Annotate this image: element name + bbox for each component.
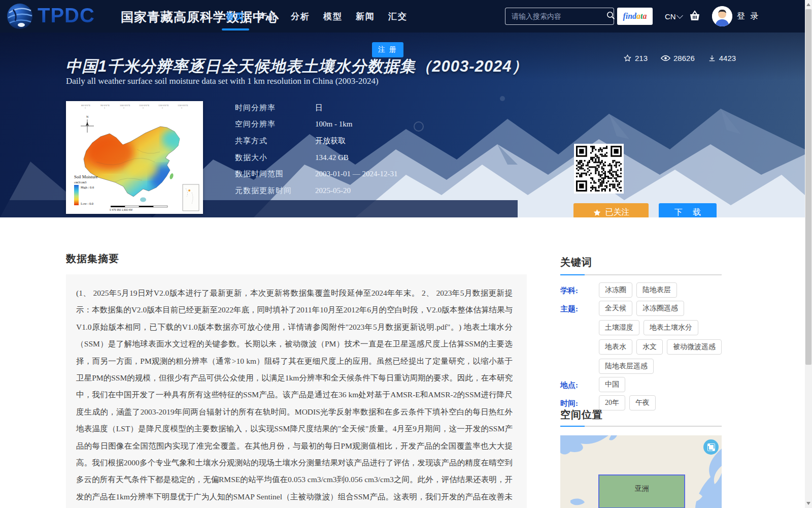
keyword-tag[interactable]: 冰冻圈遥感 [636, 301, 684, 316]
dataset-title: 中国1千米分辨率逐日全天候地表土壤水分数据集（2003-2024） [65, 56, 532, 77]
metadata-label: 元数据更新时间 [235, 186, 315, 196]
dataset-preview-image[interactable]: 80°0'0"E 90°0'0"E 100°0'0"E 110°0'0"E 12… [66, 101, 203, 214]
user-avatar[interactable] [712, 6, 732, 26]
keyword-tag[interactable]: 水文 [636, 339, 663, 355]
star-icon [623, 54, 632, 62]
followed-button[interactable]: 已关注 [573, 203, 649, 217]
keyword-tag[interactable]: 地表水 [599, 339, 632, 355]
search-input[interactable] [505, 8, 606, 24]
keyword-tag[interactable]: 土壤湿度 [599, 320, 639, 335]
metadata-row: 数据时间范围 2003-01-01 — 2024-12-31 [235, 166, 397, 182]
scrollbar-thumb[interactable] [805, 9, 811, 365]
metadata-value: 日 [315, 103, 323, 113]
svg-text:130°0'0"E: 130°0'0"E [178, 104, 188, 107]
abstract-text: (1、 2025年5月19日对V2.0版本进行了最新更新，本次更新将数据集覆盖时… [76, 284, 513, 508]
eye-icon [661, 54, 670, 62]
metadata-value: 134.42 GB [315, 153, 349, 162]
nav-item[interactable]: 产品 [258, 0, 278, 33]
svg-text:100°0'0"E: 100°0'0"E [120, 104, 130, 107]
metadata-row: 数据大小 134.42 GB [235, 149, 397, 166]
metadata-value: 2025-05-20 [315, 186, 351, 195]
hero-banner: 注 册 中国1千米分辨率逐日全天候地表土壤水分数据集（2003-2024） Da… [0, 33, 805, 217]
keyword-group-topic: 主题: 全天候冰冻圈遥感土壤湿度地表土壤水分地表水水文被动微波遥感陆地表层遥感 [560, 301, 722, 374]
nav-item-label: 产品 [258, 11, 278, 22]
main-nav: 首页 产品 分析 模型 新闻 汇交 [226, 0, 408, 33]
downloads-count: 4423 [719, 54, 736, 62]
dataset-subtitle-en: Daily all weather surface soil moisture … [66, 76, 379, 86]
metadata-value: 开放获取 [315, 136, 346, 146]
svg-text:0 475 950 1,900: 0 475 950 1,900 KM [110, 208, 132, 211]
metadata-row: 时间分辨率 日 [235, 100, 397, 116]
keywords-section-title: 关键词 [560, 256, 592, 269]
dataset-stats: 213 28626 4423 [623, 54, 736, 62]
metadata-value: 2003-01-01 — 2024-12-31 [315, 170, 397, 178]
chevron-down-icon [676, 12, 683, 19]
svg-text:cm3/cm3: cm3/cm3 [74, 180, 86, 184]
metadata-row: 元数据更新时间 2025-05-20 [235, 182, 397, 199]
favorite-stat[interactable]: 213 [623, 54, 648, 62]
findata-letter: a [643, 12, 647, 21]
register-badge[interactable]: 注 册 [372, 42, 403, 57]
language-selector[interactable]: CN [665, 0, 682, 33]
location-rule [560, 426, 722, 427]
download-label: 下 载 [674, 207, 705, 218]
expand-icon [707, 443, 715, 451]
nav-item-label: 分析 [291, 11, 310, 22]
keyword-group-subject: 学科: 冰冻圈陆地表层 [560, 282, 722, 298]
keyword-tag[interactable]: 被动微波遥感 [667, 339, 722, 355]
metadata-table: 时间分辨率 日 空间分辨率 100m - 1km 共享方式 开放获取 数据大小 … [235, 100, 397, 199]
nav-item-label: 新闻 [356, 11, 375, 22]
scroll-down-arrow[interactable] [805, 500, 812, 507]
svg-text:Low : 0.0: Low : 0.0 [81, 202, 93, 205]
nav-item[interactable]: 模型 [323, 0, 343, 33]
keyword-group-label: 学科: [560, 282, 599, 298]
findata-letter: a [636, 12, 640, 21]
nav-item[interactable]: 汇交 [388, 0, 408, 33]
favorite-count: 213 [635, 54, 648, 62]
abstract-box: (1、 2025年5月19日对V2.0版本进行了最新更新，本次更新将数据集覆盖时… [66, 274, 527, 508]
findata-button[interactable]: findata [617, 8, 653, 25]
page: TPDC 国家青藏高原科学数据中心 首页 产品 分析 模型 [0, 0, 812, 508]
spatial-location-map[interactable]: 亚洲 [560, 435, 722, 508]
top-navbar: TPDC 国家青藏高原科学数据中心 首页 产品 分析 模型 [0, 0, 805, 33]
metadata-label: 数据时间范围 [235, 169, 315, 179]
keyword-tag[interactable]: 全天候 [599, 301, 632, 316]
download-button[interactable]: 下 载 [659, 203, 717, 217]
keyword-group-label: 地点: [560, 377, 599, 392]
keyword-tag[interactable]: 陆地表层遥感 [599, 359, 654, 374]
keywords-panel: 学科: 冰冻圈陆地表层 主题: 全天候冰冻圈遥感土壤湿度地表土壤水分地表水水文被… [560, 282, 722, 414]
globe-logo-icon [6, 3, 33, 30]
keyword-tag[interactable]: 冰冻圈 [599, 282, 632, 298]
keyword-tag[interactable]: 中国 [599, 377, 625, 392]
keyword-group-label: 主题: [560, 301, 599, 374]
language-label: CN [665, 12, 676, 21]
nav-item[interactable]: 首页 [226, 0, 245, 33]
keyword-tag[interactable]: 地表土壤水分 [644, 320, 698, 335]
nav-item[interactable]: 分析 [291, 0, 310, 33]
page-scrollbar [805, 0, 812, 508]
metadata-label: 空间分辨率 [235, 119, 315, 129]
keyword-group-place: 地点: 中国 [560, 377, 722, 392]
login-button[interactable]: 登 录 [737, 0, 760, 33]
svg-text:N: N [86, 115, 89, 118]
scroll-up-arrow[interactable] [805, 1, 812, 8]
search-icon[interactable] [606, 11, 615, 22]
followed-label: 已关注 [605, 207, 630, 218]
keyword-tag[interactable]: 陆地表层 [636, 282, 677, 298]
cart-button[interactable] [689, 10, 701, 22]
download-icon [708, 54, 716, 62]
findata-letter: d [632, 12, 636, 21]
metadata-label: 数据大小 [235, 153, 315, 163]
keyword-tag[interactable]: 午夜 [629, 395, 656, 410]
svg-text:90°0'0"E: 90°0'0"E [100, 104, 110, 107]
svg-text:110°0'0"E: 110°0'0"E [139, 104, 149, 107]
nav-item-label: 模型 [323, 11, 343, 22]
metadata-row: 空间分辨率 100m - 1km [235, 116, 397, 133]
logo-acronym: TPDC [38, 4, 95, 27]
basket-icon [689, 10, 701, 22]
nav-item-label: 首页 [226, 11, 245, 22]
keywords-rule [560, 274, 722, 275]
metadata-label: 时间分辨率 [235, 103, 315, 113]
nav-item[interactable]: 新闻 [356, 0, 375, 33]
map-expand-button[interactable] [703, 439, 719, 455]
